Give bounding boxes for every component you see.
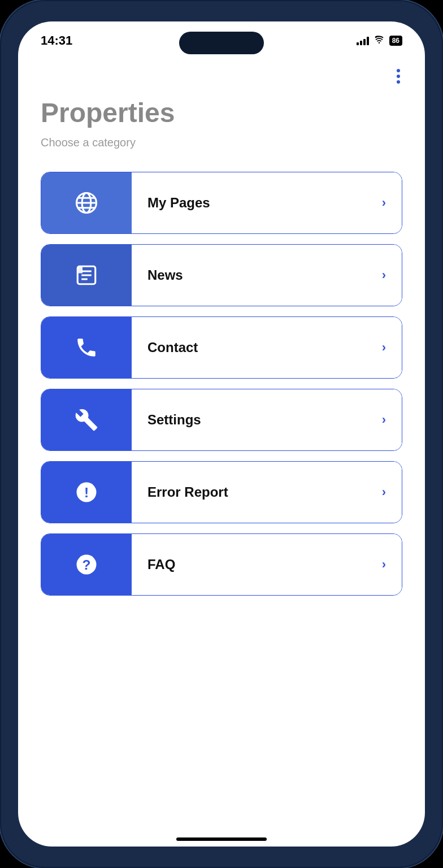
content-area: Properties Choose a category bbox=[18, 55, 425, 828]
error-report-chevron-icon: › bbox=[382, 485, 386, 500]
dynamic-island bbox=[179, 32, 264, 54]
faq-chevron-icon: › bbox=[382, 557, 386, 572]
phone-icon bbox=[75, 336, 98, 359]
page-title: Properties bbox=[41, 97, 402, 128]
faq-icon-area: ? bbox=[41, 534, 132, 595]
menu-item-news[interactable]: News › bbox=[41, 244, 402, 306]
home-indicator bbox=[18, 828, 425, 847]
wifi-icon bbox=[373, 35, 385, 46]
phone-frame: 14:31 86 bbox=[0, 0, 443, 868]
my-pages-icon-area bbox=[41, 172, 132, 233]
page-subtitle: Choose a category bbox=[41, 136, 402, 149]
tools-icon bbox=[75, 408, 98, 432]
screen: 14:31 86 bbox=[18, 21, 425, 847]
contact-label: Contact bbox=[147, 340, 198, 355]
my-pages-chevron-icon: › bbox=[382, 196, 386, 210]
news-icon bbox=[75, 263, 98, 287]
signal-bar-2 bbox=[360, 41, 362, 45]
svg-text:!: ! bbox=[84, 485, 89, 500]
more-options-area bbox=[41, 61, 402, 97]
news-icon-area bbox=[41, 245, 132, 306]
battery-icon: 86 bbox=[389, 36, 402, 46]
signal-bar-3 bbox=[363, 39, 366, 45]
settings-chevron-icon: › bbox=[382, 413, 386, 427]
menu-item-my-pages[interactable]: My Pages › bbox=[41, 172, 402, 234]
more-options-button[interactable] bbox=[394, 67, 402, 86]
menu-item-error-report[interactable]: ! Error Report › bbox=[41, 461, 402, 523]
exclamation-circle-icon: ! bbox=[75, 480, 98, 504]
status-icons: 86 bbox=[357, 35, 402, 46]
settings-label-area: Settings › bbox=[132, 389, 402, 450]
news-label: News bbox=[147, 267, 183, 283]
error-report-icon-area: ! bbox=[41, 462, 132, 523]
settings-icon-area bbox=[41, 389, 132, 450]
dot-3 bbox=[397, 80, 400, 84]
battery-level: 86 bbox=[392, 37, 399, 45]
globe-icon bbox=[75, 191, 98, 215]
menu-item-settings[interactable]: Settings › bbox=[41, 389, 402, 451]
menu-list: My Pages › bbox=[41, 172, 402, 596]
signal-bar-4 bbox=[367, 37, 369, 45]
error-report-label-area: Error Report › bbox=[132, 462, 402, 523]
home-bar bbox=[176, 837, 267, 841]
dot-1 bbox=[397, 69, 400, 72]
contact-icon-area bbox=[41, 317, 132, 378]
menu-item-contact[interactable]: Contact › bbox=[41, 316, 402, 379]
signal-bars-icon bbox=[357, 36, 369, 45]
dot-2 bbox=[397, 75, 400, 78]
question-circle-icon: ? bbox=[75, 553, 98, 576]
status-bar: 14:31 86 bbox=[18, 21, 425, 55]
contact-label-area: Contact › bbox=[132, 317, 402, 378]
my-pages-label-area: My Pages › bbox=[132, 172, 402, 233]
contact-chevron-icon: › bbox=[382, 340, 386, 355]
my-pages-label: My Pages bbox=[147, 195, 210, 211]
svg-rect-9 bbox=[77, 266, 82, 273]
menu-item-faq[interactable]: ? FAQ › bbox=[41, 533, 402, 596]
error-report-label: Error Report bbox=[147, 484, 228, 500]
settings-label: Settings bbox=[147, 412, 201, 428]
svg-text:?: ? bbox=[82, 557, 91, 572]
faq-label-area: FAQ › bbox=[132, 534, 402, 595]
news-label-area: News › bbox=[132, 245, 402, 306]
status-time: 14:31 bbox=[41, 33, 72, 48]
signal-bar-1 bbox=[357, 42, 359, 45]
news-chevron-icon: › bbox=[382, 268, 386, 283]
faq-label: FAQ bbox=[147, 557, 175, 572]
